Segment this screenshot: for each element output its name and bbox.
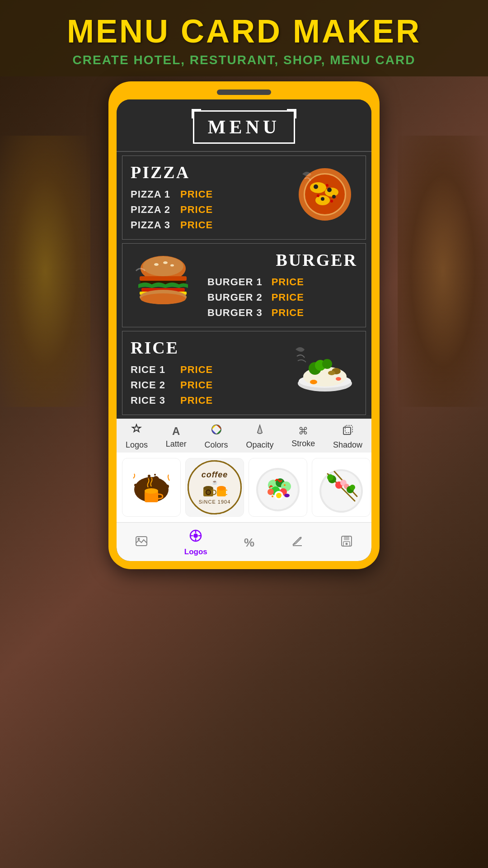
toolbar-logos[interactable]: Logos (122, 424, 151, 450)
svg-point-34 (336, 377, 341, 381)
nav-logos-label: Logos (184, 547, 207, 557)
item-price: PRICE (180, 204, 213, 216)
svg-rect-36 (343, 427, 351, 434)
menu-card: MENU PIZZA PIZZA 1 PRICE PIZZA (117, 99, 371, 415)
item-name: RICE 2 (131, 379, 171, 391)
item-price: PRICE (272, 292, 304, 303)
burger-items: BURGER 1 PRICE BURGER 2 PRICE BURGER 3 P… (199, 273, 366, 327)
shadow-icon (342, 424, 354, 439)
phone-screen: MENU PIZZA PIZZA 1 PRICE PIZZA (117, 99, 371, 561)
item-price: PRICE (180, 364, 213, 376)
svg-point-52 (145, 488, 158, 494)
list-item: PIZZA 2 PRICE (131, 202, 281, 217)
svg-point-16 (154, 263, 159, 266)
list-item: BURGER 3 PRICE (207, 305, 357, 321)
svg-point-44 (160, 486, 166, 490)
pizza-section: PIZZA PIZZA 1 PRICE PIZZA 2 PRICE (122, 156, 366, 240)
list-item: RICE 3 PRICE (131, 393, 281, 408)
item-name: BURGER 3 (207, 307, 263, 319)
item-price: PRICE (180, 219, 213, 231)
percent-icon: % (244, 536, 254, 550)
pizza-items: PIZZA 1 PRICE PIZZA 2 PRICE PIZZA 3 PRIC… (122, 185, 289, 239)
opacity-icon (254, 424, 266, 439)
rice-title: RICE (122, 331, 289, 360)
nav-edit[interactable] (291, 535, 304, 551)
toolbar-colors[interactable]: Colors (201, 424, 232, 450)
svg-point-12 (330, 200, 333, 203)
save-icon (340, 535, 353, 551)
svg-point-49 (148, 475, 150, 477)
list-item: RICE 2 PRICE (131, 377, 281, 393)
bg-food-left (0, 136, 90, 407)
bg-food-right (398, 136, 488, 407)
nav-gallery[interactable] (135, 535, 148, 551)
colors-icon (211, 424, 222, 439)
svg-point-18 (170, 264, 174, 267)
list-item: PIZZA 3 PRICE (131, 217, 281, 233)
svg-point-47 (136, 493, 139, 495)
burger-image (127, 244, 199, 316)
item-price: PRICE (272, 307, 304, 319)
coffee-badge: coffee ☕ SiNCE 1904 (188, 460, 242, 514)
toolbar-logos-label: Logos (126, 440, 148, 450)
header: MENU CARD MAKER CREATE HOTEL, RESTURANT,… (0, 0, 488, 76)
svg-point-7 (327, 188, 332, 192)
logo-coffee-splash[interactable] (122, 458, 181, 517)
toolbar-stroke-label: Stroke (291, 439, 315, 448)
item-name: PIZZA 2 (131, 204, 171, 216)
menu-heading: MENU (208, 116, 280, 138)
phone-frame: MENU PIZZA PIZZA 1 PRICE PIZZA (108, 81, 380, 569)
bottom-nav: Logos % (117, 522, 371, 561)
item-name: PIZZA 3 (131, 219, 171, 231)
item-price: PRICE (180, 395, 213, 406)
menu-title-bracket: MENU (193, 110, 295, 144)
svg-point-66 (267, 489, 274, 495)
pizza-image (289, 156, 361, 228)
svg-point-95 (346, 543, 348, 545)
svg-point-8 (321, 197, 324, 201)
toolbar-latter[interactable]: A Latter (162, 425, 190, 449)
svg-point-69 (284, 494, 290, 497)
toolbar-stroke[interactable]: ⌘ Stroke (288, 425, 319, 448)
toolbar-shadow-label: Shadow (333, 440, 362, 450)
svg-point-11 (326, 184, 328, 187)
list-item: RICE 1 PRICE (131, 362, 281, 377)
svg-point-10 (317, 194, 319, 197)
logos-icon (131, 424, 142, 439)
nav-save[interactable] (340, 535, 353, 551)
pizza-text: PIZZA PIZZA 1 PRICE PIZZA 2 PRICE (122, 156, 289, 239)
svg-point-84 (137, 538, 140, 540)
logo-coffee-circle[interactable]: coffee ☕ SiNCE 1904 (185, 458, 244, 517)
nav-logos[interactable]: Logos (184, 529, 207, 557)
logo-salad[interactable] (249, 458, 307, 517)
svg-point-24 (141, 293, 186, 304)
svg-point-50 (154, 474, 156, 476)
svg-point-3 (310, 182, 326, 193)
toolbar-opacity[interactable]: Opacity (242, 424, 277, 450)
list-item: PIZZA 1 PRICE (131, 187, 281, 202)
rice-items: RICE 1 PRICE RICE 2 PRICE RICE 3 PRICE (122, 360, 289, 415)
rice-image (289, 331, 361, 404)
latter-icon: A (172, 425, 180, 438)
toolbar-colors-label: Colors (205, 440, 228, 450)
stroke-icon: ⌘ (298, 425, 308, 437)
burger-text: BURGER BURGER 1 PRICE BURGER 2 PRICE (199, 244, 366, 327)
svg-point-15 (143, 256, 183, 276)
nav-percent[interactable]: % (244, 536, 254, 550)
item-name: RICE 3 (131, 395, 171, 406)
item-name: BURGER 1 (207, 276, 263, 288)
item-price: PRICE (180, 379, 213, 391)
toolbar-opacity-label: Opacity (246, 440, 273, 450)
svg-rect-93 (344, 536, 349, 540)
burger-section: BURGER BURGER 1 PRICE BURGER 2 PRICE (122, 243, 366, 327)
svg-point-86 (193, 533, 198, 538)
toolbar-latter-label: Latter (166, 439, 187, 449)
toolbar-shadow[interactable]: Shadow (329, 424, 366, 450)
item-name: RICE 1 (131, 364, 171, 376)
svg-point-17 (163, 261, 168, 264)
burger-title: BURGER (199, 244, 366, 273)
list-item: BURGER 2 PRICE (207, 290, 357, 305)
logo-skewer[interactable] (312, 458, 371, 517)
svg-rect-20 (140, 276, 187, 281)
toolbar: Logos A Latter Colors (117, 419, 371, 453)
